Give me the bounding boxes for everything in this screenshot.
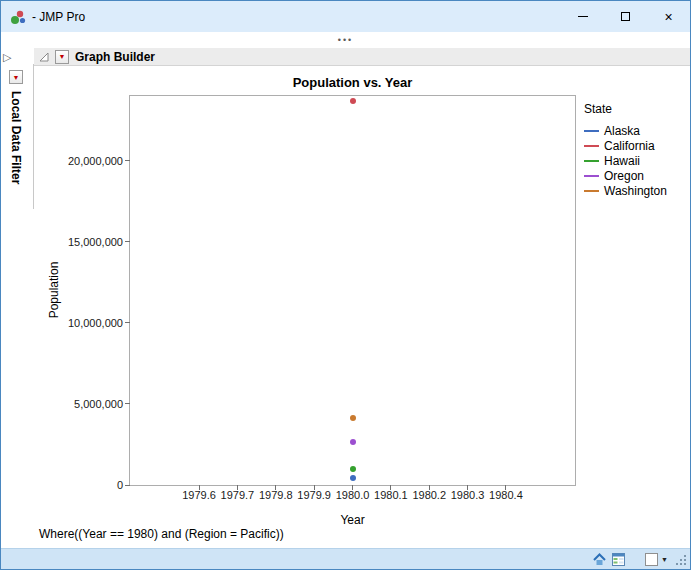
x-tick-label: 1979.8	[259, 489, 293, 501]
minimize-icon	[578, 16, 588, 17]
x-tick-label: 1980.0	[336, 489, 370, 501]
y-tick	[125, 403, 130, 404]
status-bar: ▼	[1, 548, 690, 569]
legend-swatch	[584, 175, 599, 177]
x-tick-label: 1980.2	[412, 489, 446, 501]
legend-item[interactable]: Oregon	[584, 168, 667, 183]
toolbar-gripper[interactable]: •••	[1, 32, 690, 48]
chart-region: Population vs. Year Population 1979.6197…	[34, 66, 690, 548]
close-button[interactable]: ×	[647, 1, 690, 32]
chart-title: Population vs. Year	[129, 75, 576, 90]
x-tick-label: 1980.3	[451, 489, 485, 501]
minimize-button[interactable]	[561, 1, 604, 32]
data-point[interactable]	[350, 415, 356, 421]
y-tick	[125, 485, 130, 486]
local-data-filter-label: Local Data Filter	[9, 91, 23, 184]
window-selector-box[interactable]	[645, 553, 658, 566]
window-title: - JMP Pro	[32, 10, 85, 24]
legend-label: Washington	[604, 184, 667, 198]
x-tick-label: 1979.6	[182, 489, 216, 501]
home-icon[interactable]	[593, 553, 606, 566]
data-point[interactable]	[350, 466, 356, 472]
legend-swatch	[584, 190, 599, 192]
legend-swatch	[584, 160, 599, 162]
report-column: ▼ Graph Builder Population vs. Year Popu…	[34, 48, 690, 548]
y-tick	[125, 160, 130, 161]
legend-label: Alaska	[604, 124, 640, 138]
x-tick-label: 1980.4	[489, 489, 523, 501]
x-tick-label: 1979.9	[297, 489, 331, 501]
data-point[interactable]	[350, 475, 356, 481]
data-table-icon[interactable]	[612, 553, 625, 566]
legend-swatch	[584, 145, 599, 147]
y-tick-label: 20,000,000	[68, 155, 123, 167]
window-controls: ×	[561, 1, 690, 32]
graph-builder-disclosure-icon[interactable]	[39, 52, 49, 62]
legend-label: California	[604, 139, 655, 153]
legend-item[interactable]: Alaska	[584, 123, 667, 138]
red-triangle-icon: ▼	[13, 74, 20, 81]
plot-area[interactable]: 1979.61979.71979.81979.91980.01980.11980…	[129, 95, 576, 486]
jmp-window: - JMP Pro × ••• ▷ ▼ Local Data Filter	[0, 0, 691, 570]
legend-label: Hawaii	[604, 154, 640, 168]
legend-swatch	[584, 130, 599, 132]
legend-items: AlaskaCaliforniaHawaiiOregonWashington	[584, 123, 667, 198]
local-data-filter-menu-button[interactable]: ▼	[9, 70, 23, 84]
y-tick	[125, 241, 130, 242]
resize-grip-dots	[684, 563, 686, 565]
window-titlebar: - JMP Pro ×	[1, 1, 690, 32]
toolbar-dots-icon: •••	[338, 35, 353, 45]
legend-title: State	[584, 102, 667, 116]
legend-item[interactable]: California	[584, 138, 667, 153]
legend-item[interactable]: Washington	[584, 183, 667, 198]
y-tick-label: 15,000,000	[68, 236, 123, 248]
window-selector-dropdown-icon[interactable]: ▼	[661, 556, 668, 563]
graph-builder-menu-button[interactable]: ▼	[55, 50, 69, 64]
filter-panel-collapse-icon[interactable]: ▷	[3, 51, 11, 64]
y-tick-label: 10,000,000	[68, 317, 123, 329]
resize-grip[interactable]	[675, 552, 687, 566]
x-tick-label: 1980.1	[374, 489, 408, 501]
legend-item[interactable]: Hawaii	[584, 153, 667, 168]
data-point[interactable]	[350, 98, 356, 104]
x-axis-label: Year	[129, 513, 576, 527]
graph-builder-title: Graph Builder	[75, 50, 155, 64]
graph-builder-header: ▼ Graph Builder	[34, 48, 690, 66]
y-tick-label: 0	[117, 479, 123, 491]
y-tick	[125, 322, 130, 323]
legend-label: Oregon	[604, 169, 644, 183]
data-point[interactable]	[350, 439, 356, 445]
maximize-icon	[621, 12, 630, 21]
x-tick-label: 1979.7	[221, 489, 255, 501]
local-data-filter-panel: ▷ ▼ Local Data Filter	[1, 48, 34, 548]
y-axis-label: Population	[47, 262, 61, 319]
legend: State AlaskaCaliforniaHawaiiOregonWashin…	[584, 102, 667, 198]
close-icon: ×	[664, 10, 672, 24]
where-clause-text: Where((Year == 1980) and (Region = Pacif…	[39, 527, 284, 541]
maximize-button[interactable]	[604, 1, 647, 32]
window-body: ▷ ▼ Local Data Filter ▼ Graph Builder P	[1, 48, 690, 548]
red-triangle-icon: ▼	[59, 53, 66, 60]
y-tick-label: 5,000,000	[74, 398, 123, 410]
jmp-app-icon	[10, 9, 26, 25]
